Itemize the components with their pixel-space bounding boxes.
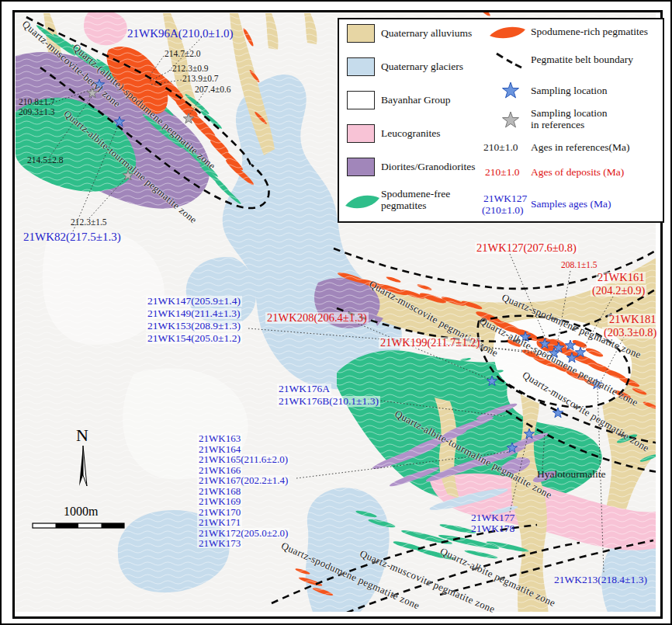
sample-age-label: 21WK176B(210.1±1.3) (277, 396, 380, 407)
sample-age-label: 21WK213(218.4±1.3) (554, 575, 647, 585)
gray-star-icon (501, 110, 521, 130)
legend-key-sample-id: 21WK127 (483, 193, 527, 205)
legend-label: in references (531, 120, 584, 131)
legend-key-black-age: 210±1.0 (483, 142, 518, 154)
legend-label: Samples ages (Ma) (531, 199, 611, 210)
deposit-age-label: (204.2±0.9) (591, 285, 646, 297)
legend-label: Sampling location (531, 108, 608, 120)
deposit-age-label: 21WK199(211.7±1.2) (379, 337, 481, 349)
sample-age-label: 21WK154(205.0±1.2) (146, 333, 242, 344)
legend-box: Quaternary alluviums Quaternary glaciers… (338, 18, 664, 223)
deposit-age-label: 21WK208(206.4±1.3) (265, 312, 369, 324)
unit-label-hyalotourmalite: Hyalotourmalite (537, 469, 605, 480)
sample-age-label: 21WK147(205.9±1.4) (146, 296, 242, 307)
deposit-age-label: 208.1±1.5 (561, 261, 598, 270)
legend-label: Diorites/Granodiorites (381, 161, 475, 173)
legend-swatch-diorite (347, 158, 375, 176)
sample-age-label: 21WK178 (471, 523, 514, 534)
sample-age-label: 21WK149(211.4±1.3) (146, 308, 241, 319)
legend-label: Sampling location (531, 85, 608, 97)
deposit-age-label: 21WK127(207.6±0.8) (475, 242, 578, 254)
sample-age-label: 21WK176A (277, 384, 331, 394)
sample-age-label: 21WK173 (197, 538, 242, 548)
sample-age-label: 21WK165(211.6±2.0) (197, 454, 289, 464)
north-label: N (76, 425, 88, 446)
legend-label: pegmatites (381, 200, 426, 212)
geological-map-figure: N 1000m Quartz-muscovite-beryl zone Quar… (0, 0, 672, 625)
legend-label: Leucogranites (381, 128, 440, 140)
sample-age-label: 21WK163 (197, 433, 242, 443)
deposit-age-label: 21WK161 (596, 272, 646, 283)
scale-label: 1000m (64, 505, 98, 519)
reference-age-label: 213.9±0.7 (182, 75, 219, 84)
legend-label: Spodumene-rich pegmatites (531, 26, 648, 38)
legend-swatch-bayanhar (347, 91, 375, 109)
reference-age-label: 210.8±1.7 (19, 98, 55, 107)
legend-swatch-leucogranite (347, 124, 375, 143)
legend-label: Pegmatite belt boundary (531, 54, 633, 66)
orange-lens-icon (488, 23, 527, 42)
reference-age-label: 209.3±1.3 (19, 108, 55, 117)
blue-star-icon (501, 81, 521, 101)
sample-age-label: 21WK167(202.2±1.4) (197, 475, 289, 485)
legend-key-sample-age: (210±1.0) (482, 205, 524, 217)
legend-label: Bayanhar Group (381, 95, 451, 106)
legend-label: Ages of deposits (Ma) (531, 167, 624, 179)
dashed-boundary-icon (494, 50, 524, 69)
reference-age-label: 214.7±2.0 (165, 50, 201, 59)
legend-key-red-age: 210±1.0 (485, 167, 520, 179)
reference-age-label: 207.4±0.6 (195, 85, 231, 95)
reference-age-label: 214.5±2.8 (27, 156, 64, 165)
legend-swatch-glacier (347, 57, 375, 76)
reference-age-label: 212.3±1.5 (71, 218, 107, 227)
sample-age-label: 21WK177 (471, 512, 514, 523)
legend-label: Spodumene-free (381, 189, 450, 200)
green-lens-icon (344, 190, 381, 214)
deposit-age-label: (203.3±0.8) (602, 327, 658, 339)
scale-bar (33, 523, 124, 528)
sample-age-label: 21WK171 (197, 517, 242, 527)
legend-label: Quaternary alluviums (381, 28, 472, 40)
sample-age-label: 21WK169 (197, 496, 242, 506)
legend-label: Quaternary glaciers (381, 61, 463, 73)
sample-age-label: 21WK153(208.9±1.3) (146, 321, 242, 332)
reference-age-label: 212.3±0.9 (172, 64, 209, 74)
sample-age-label: 21WK96A(210.0±1.0) (127, 28, 234, 40)
legend-swatch-alluvium (347, 24, 375, 43)
sample-age-label: 21WK82(217.5±1.3) (23, 231, 121, 243)
deposit-age-label: 21WK181 (608, 314, 657, 325)
legend-label: Ages in references(Ma) (531, 142, 629, 154)
